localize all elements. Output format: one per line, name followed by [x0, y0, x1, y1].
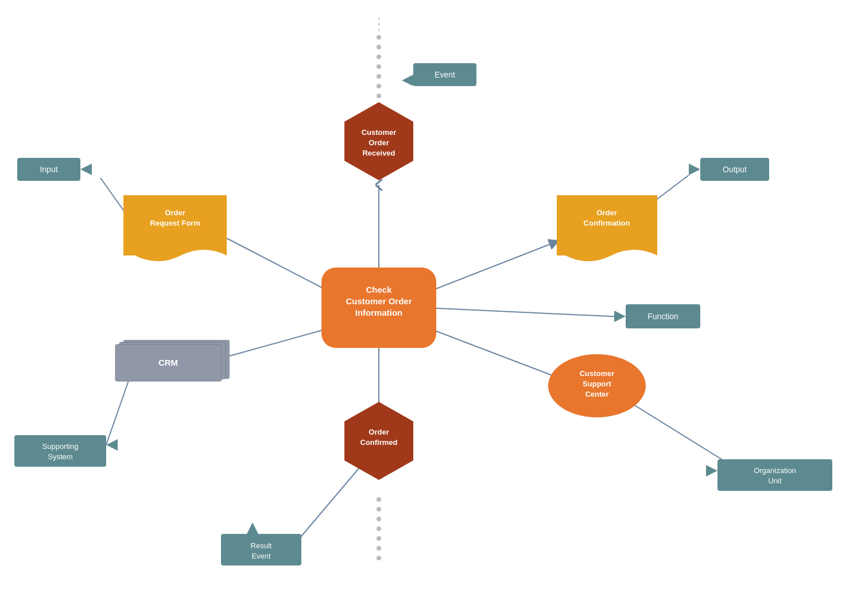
- svg-point-11: [377, 526, 381, 531]
- svg-point-14: [377, 556, 381, 560]
- output-doc-node: [557, 195, 657, 261]
- svg-marker-46: [80, 164, 92, 175]
- svg-point-9: [377, 507, 381, 512]
- svg-line-25: [625, 399, 729, 464]
- svg-text:Center: Center: [585, 390, 608, 398]
- svg-text:Order: Order: [596, 208, 616, 217]
- svg-marker-50: [614, 311, 626, 322]
- svg-marker-48: [689, 164, 700, 175]
- svg-text:Customer: Customer: [362, 128, 397, 137]
- svg-point-6: [377, 84, 381, 88]
- svg-text:Unit: Unit: [768, 476, 782, 485]
- svg-text:Input: Input: [40, 165, 57, 174]
- svg-point-7: [377, 94, 381, 98]
- svg-text:Event: Event: [251, 552, 271, 560]
- svg-text:Received: Received: [362, 149, 395, 157]
- svg-point-1: [377, 35, 381, 40]
- svg-point-2: [377, 45, 381, 49]
- svg-line-21: [425, 308, 623, 317]
- input-doc-node: [123, 195, 227, 261]
- svg-text:Order: Order: [165, 208, 185, 217]
- svg-text:Event: Event: [435, 70, 455, 79]
- svg-marker-55: [706, 465, 718, 476]
- svg-text:Information: Information: [355, 308, 403, 317]
- svg-text:Customer: Customer: [580, 369, 615, 378]
- svg-text:Organization: Organization: [754, 466, 796, 475]
- svg-point-10: [377, 517, 381, 521]
- svg-text:Request Form: Request Form: [150, 219, 200, 227]
- svg-point-4: [377, 64, 381, 69]
- svg-point-13: [377, 546, 381, 551]
- svg-text:Function: Function: [647, 312, 678, 321]
- org-unit-label-box: [718, 459, 832, 491]
- svg-line-20: [426, 327, 554, 376]
- svg-text:Customer Order: Customer Order: [346, 296, 412, 306]
- svg-point-5: [377, 74, 381, 79]
- svg-text:Support: Support: [583, 379, 611, 388]
- svg-text:Result: Result: [251, 541, 272, 550]
- svg-text:Confirmation: Confirmation: [584, 219, 630, 227]
- svg-point-3: [377, 55, 381, 59]
- svg-marker-58: [247, 522, 258, 534]
- svg-text:System: System: [48, 452, 72, 461]
- svg-marker-44: [402, 75, 413, 86]
- svg-text:Supporting: Supporting: [42, 442, 79, 451]
- svg-text:Order: Order: [369, 428, 389, 436]
- svg-line-18: [227, 238, 332, 293]
- supporting-system-label-box: [14, 435, 106, 467]
- svg-point-12: [377, 536, 381, 541]
- svg-text:CRM: CRM: [158, 358, 178, 367]
- svg-line-17: [426, 241, 558, 293]
- svg-text:Order: Order: [369, 138, 389, 147]
- svg-point-8: [377, 497, 381, 502]
- svg-text:Confirmed: Confirmed: [360, 438, 398, 447]
- svg-text:Output: Output: [723, 165, 747, 174]
- center-label: Check: [366, 285, 392, 295]
- svg-line-19: [230, 327, 333, 356]
- svg-line-26: [298, 465, 362, 540]
- diagram: Check Customer Order Information Custome…: [0, 0, 861, 616]
